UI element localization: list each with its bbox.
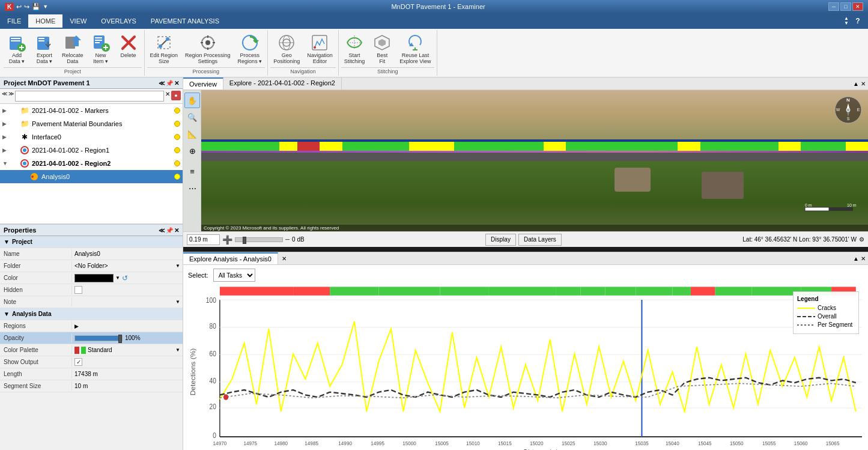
select-dropdown[interactable]: All Tasks <box>213 269 255 282</box>
tab-overlays[interactable]: OVERLAYS <box>94 14 144 28</box>
new-item-button[interactable]: NewItem ▾ <box>88 31 114 66</box>
quick-access-save[interactable]: 💾 <box>32 3 40 11</box>
map-tool-zoom[interactable]: 🔍 <box>184 109 200 125</box>
map-tab-up-btn[interactable]: ▲ <box>853 81 859 87</box>
svg-rect-66 <box>636 287 672 295</box>
main-layout: Project MnDOT Pavement 1 ≪ 📌 ✕ ≪ ≫ ✕ ● ▶… <box>0 78 868 450</box>
relocate-data-button[interactable]: RelocateData <box>59 31 86 66</box>
tree-item-boundaries[interactable]: ▶ 📁 Pavement Material Boundaries <box>0 117 183 130</box>
props-section-analysis-expand[interactable]: ▼ <box>4 311 10 317</box>
note-dropdown-icon[interactable]: ▼ <box>175 299 180 305</box>
svg-point-22 <box>166 37 169 41</box>
zoom-slider[interactable] <box>235 237 283 242</box>
folder-dropdown-icon[interactable]: ▼ <box>175 263 180 269</box>
project-pin-btn[interactable]: 📌 <box>166 80 173 87</box>
props-pin-btn[interactable]: 📌 <box>166 227 173 234</box>
svg-text:15040: 15040 <box>666 440 679 447</box>
svg-rect-57 <box>293 287 330 295</box>
filter-icon[interactable]: ● <box>171 91 181 100</box>
process-regions-label: ProcessRegions ▾ <box>238 52 263 64</box>
props-section-project-expand[interactable]: ▼ <box>4 239 10 245</box>
map-tab-close-btn[interactable]: ✕ <box>861 81 866 87</box>
navigation-editor-button[interactable]: NavigationEditor <box>304 31 336 66</box>
minimize-button[interactable]: ─ <box>828 2 839 11</box>
start-stitching-button[interactable]: StartStitching <box>341 31 368 66</box>
tree-expand-interface0[interactable]: ▶ <box>2 134 10 140</box>
project-search-input[interactable] <box>15 91 164 102</box>
props-value-note[interactable]: ▼ <box>72 298 183 306</box>
close-button[interactable]: ✕ <box>852 2 863 11</box>
props-value-regions[interactable]: ▶ <box>72 322 183 330</box>
tree-item-region1[interactable]: ▶ 2021-04-01-002 - Region1 <box>0 144 183 157</box>
project-expand-all[interactable]: ≪ <box>2 91 7 102</box>
edit-region-size-button[interactable]: Edit RegionSize <box>147 31 181 66</box>
analysis-panel-close-btn[interactable]: ✕ <box>861 255 866 262</box>
help-button[interactable]: ? <box>852 15 864 27</box>
zoom-plus-icon[interactable]: ➕ <box>222 235 232 245</box>
maximize-button[interactable]: □ <box>840 2 851 11</box>
map-settings-icon[interactable]: ⚙ <box>859 236 864 243</box>
process-regions-button[interactable]: ProcessRegions ▾ <box>235 31 266 66</box>
map-tool-add[interactable]: ⊕ <box>184 143 200 159</box>
props-close-btn[interactable]: ✕ <box>174 227 179 234</box>
show-output-checkbox[interactable]: ✓ <box>74 358 82 366</box>
export-data-button[interactable]: ExportData ▾ <box>31 31 58 66</box>
reuse-last-explore-view-button[interactable]: Reuse LastExplore View <box>396 31 434 66</box>
tree-item-region2[interactable]: ▼ 2021-04-01-002 - Region2 <box>0 157 183 170</box>
color-reset-btn[interactable]: ↺ <box>122 274 128 282</box>
ribbon-collapse-btn[interactable]: ▲▼ <box>844 16 849 26</box>
project-collapse-btn[interactable]: ≪ <box>159 80 165 87</box>
tree-item-interface0[interactable]: ▶ ✱ Interface0 <box>0 130 183 144</box>
tab-home[interactable]: HOME <box>28 14 62 28</box>
map-viewport[interactable]: ✋ 🔍 📐 ⊕ ≡ ⋯ N S E W <box>183 90 868 231</box>
svg-text:0: 0 <box>213 432 216 440</box>
color-swatch[interactable] <box>74 274 114 282</box>
props-value-folder[interactable]: <No Folder> ▼ <box>72 261 183 270</box>
quick-access-undo[interactable]: ↩ <box>16 3 22 11</box>
zoom-minus-icon[interactable]: ─ <box>285 236 290 243</box>
zoom-input[interactable] <box>187 234 220 245</box>
tree-item-analysis0[interactable]: Analysis0 <box>0 170 183 183</box>
search-clear-icon[interactable]: ✕ <box>165 91 170 102</box>
analysis-tab-explore[interactable]: Explore Analysis - Analysis0 <box>183 252 278 264</box>
project-close-btn[interactable]: ✕ <box>174 80 179 87</box>
map-tool-more[interactable]: ⋯ <box>184 180 200 196</box>
color-edit-btn[interactable]: ▼ <box>115 275 120 281</box>
svg-text:14995: 14995 <box>371 440 384 447</box>
best-fit-button[interactable]: BestFit <box>369 31 395 66</box>
region-processing-settings-button[interactable]: Region ProcessingSettings <box>182 31 234 66</box>
map-tab-explore-region2[interactable]: Explore - 2021-04-01-002 - Region2 <box>223 78 342 90</box>
analysis-panel-up-btn[interactable]: ▲ <box>853 255 859 262</box>
geo-positioning-button[interactable]: GeoPositioning <box>270 31 303 66</box>
display-button[interactable]: Display <box>485 234 516 246</box>
map-tool-pan[interactable]: ✋ <box>184 93 200 108</box>
tab-file[interactable]: FILE <box>0 14 28 28</box>
tab-pavement-analysis[interactable]: PAVEMENT ANALYSIS <box>144 14 226 28</box>
start-stitching-label: StartStitching <box>344 52 365 64</box>
ribbon-group-stitching-label: Stitching <box>341 67 434 74</box>
tree-expand-markers[interactable]: ▶ <box>2 108 10 114</box>
tree-expand-region1[interactable]: ▶ <box>2 147 10 153</box>
tree-item-markers[interactable]: ▶ 📁 2021-04-01-002 - Markers <box>0 104 183 117</box>
add-data-button[interactable]: AddData ▾ <box>4 31 30 66</box>
tree-expand-boundaries[interactable]: ▶ <box>2 121 10 127</box>
delete-button[interactable]: Delete <box>115 31 142 66</box>
map-tool-layers[interactable]: ≡ <box>184 163 200 179</box>
opacity-slider[interactable] <box>74 335 123 341</box>
project-collapse-all[interactable]: ≫ <box>8 91 14 102</box>
palette-dropdown-icon[interactable]: ▼ <box>175 347 180 353</box>
map-tab-overview[interactable]: Overview <box>183 78 223 90</box>
analysis-tab-close-btn[interactable]: ✕ <box>278 255 290 262</box>
props-section-project: ▼ Project <box>0 236 183 248</box>
quick-access-redo[interactable]: ↪ <box>24 3 29 11</box>
tree-expand-region2[interactable]: ▼ <box>2 160 10 166</box>
tab-view[interactable]: VIEW <box>62 14 94 28</box>
hidden-checkbox[interactable] <box>74 286 82 294</box>
opacity-slider-thumb[interactable] <box>118 335 122 343</box>
svg-rect-63 <box>556 287 581 295</box>
props-collapse-btn[interactable]: ≪ <box>159 227 165 234</box>
regions-expand-icon[interactable]: ▶ <box>74 323 79 329</box>
data-layers-button[interactable]: Data Layers <box>518 234 562 246</box>
quick-access-arrow[interactable]: ▼ <box>43 4 48 10</box>
map-tool-measure[interactable]: 📐 <box>184 126 200 142</box>
